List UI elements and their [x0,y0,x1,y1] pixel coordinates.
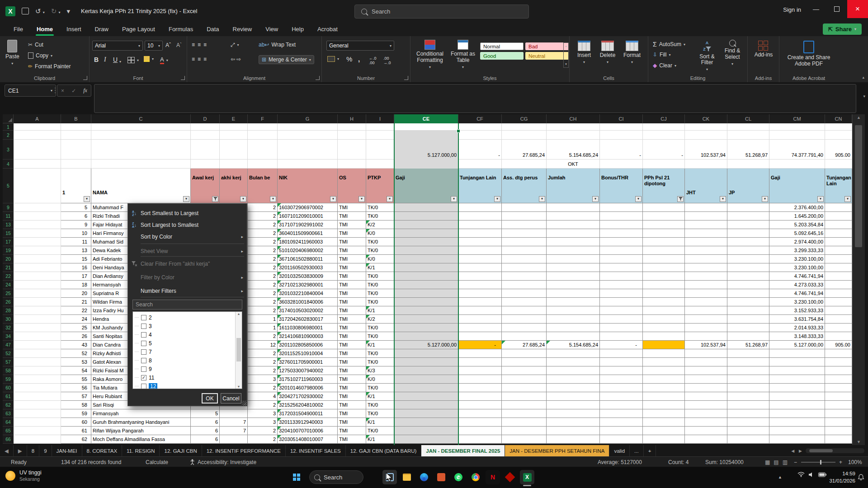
fill-button[interactable]: ⇩Fill▾ [653,52,670,58]
horizontal-scroll-thumb[interactable] [809,449,833,452]
cell-CF11[interactable] [458,212,502,221]
cell-CL52[interactable] [727,349,769,358]
cell-CF24[interactable] [458,281,502,289]
cancel-button[interactable]: Cancel [221,393,241,404]
customize-quick-access-icon[interactable]: ▾ [67,7,71,15]
taskbar-icon-excel[interactable]: X [520,470,534,484]
cell-F65[interactable]: 2 [248,427,278,435]
checkbox-9[interactable] [141,366,146,372]
cell-CI30[interactable] [600,315,643,324]
cell-CF25[interactable] [458,289,502,298]
cell-A15[interactable] [14,229,61,238]
column-header-H[interactable]: H [338,114,366,123]
cell-CE4[interactable] [394,160,458,169]
cell-CI9[interactable] [600,203,643,212]
cell-G13[interactable]: 3171071902991002 [278,221,338,229]
clipboard-dialog-launcher-icon[interactable] [83,76,87,80]
cell-CN20[interactable] [825,255,852,263]
cell-CJ26[interactable] [643,298,685,306]
cell-B1[interactable] [61,123,91,131]
cell-CH13[interactable] [547,221,600,229]
cell-CL32[interactable] [727,324,769,332]
find-select-button[interactable]: Find & Select▾ [721,40,744,66]
cell-CJ17[interactable] [643,238,685,246]
cell-CE63[interactable] [394,409,458,418]
vertical-scrollbar[interactable]: ▲ ▼ [852,114,865,445]
styles-gallery-scroll[interactable]: ▴▾ [563,42,569,68]
number-format-combo[interactable]: General▾ [326,41,394,51]
menu-item-sort-largest-to-smallest[interactable]: ZA↓Sort Largest to Smallest [128,219,247,231]
row-header-57[interactable]: 57 [3,358,14,366]
cell-B60[interactable]: 56 [61,384,91,392]
font-size-combo[interactable]: 10▾ [145,41,163,51]
cell-D64[interactable]: 6 [191,418,220,427]
cell-H58[interactable]: TMI [338,366,366,375]
cell-CN24[interactable] [825,281,852,289]
save-icon[interactable] [22,8,29,14]
row-header-47[interactable]: 47 [3,341,14,349]
sheet-tab-valid[interactable]: valid [609,445,630,456]
expand-formula-bar-icon[interactable]: ▾ [863,94,865,99]
cell-CK28[interactable] [685,306,727,315]
cell-I4[interactable] [366,160,394,169]
cell-I21[interactable]: K/1 [366,263,394,272]
cell-G1[interactable] [278,123,338,131]
cell-A65[interactable] [14,427,61,435]
format-cells-button[interactable]: Format▾ [621,41,643,64]
row-header-26[interactable]: 26 [3,298,14,306]
cell-CG63[interactable] [502,409,547,418]
cell-CL30[interactable] [727,315,769,324]
filter-button-CL[interactable]: ▾ [762,196,768,202]
cell-CK63[interactable] [685,409,727,418]
cell-H57[interactable]: TMI [338,358,366,366]
header-cell-G[interactable]: NIK▾ [278,169,338,203]
cell-CE59[interactable] [394,375,458,384]
cell-CG58[interactable] [502,366,547,375]
cell-A24[interactable] [14,281,61,289]
checkbox-11[interactable]: ✓ [141,375,146,380]
cell-CJ47[interactable] [643,341,685,349]
notification-bell-icon[interactable] [858,474,864,481]
cell-CF64[interactable] [458,418,502,427]
row-header-59[interactable]: 59 [3,375,14,384]
cell-CK30[interactable] [685,315,727,324]
italic-button[interactable]: I [104,56,106,63]
status-calculate[interactable]: Calculate [146,457,168,467]
cell-CE47[interactable]: 5.127.000,00 [394,341,458,349]
row-header-11[interactable]: 11 [3,212,14,221]
cell-H63[interactable]: TMI [338,409,366,418]
orientation-icon[interactable]: ⤢▾ [231,42,239,48]
header-cell-CJ[interactable]: PPh Psl 21 dipotong [643,169,685,203]
cell-F19[interactable]: 2 [248,246,278,255]
cell-CM20[interactable]: 3.230.100,00 [769,255,825,263]
filter-button-CH[interactable]: ▾ [592,196,599,202]
filter-button-CN[interactable]: ▾ [844,196,851,202]
cell-CH17[interactable] [547,238,600,246]
cell-A28[interactable] [14,306,61,315]
cell-F24[interactable]: 2 [248,281,278,289]
cell-CL26[interactable] [727,298,769,306]
cell-CL59[interactable] [727,375,769,384]
list-scroll-down-icon[interactable]: ▼ [236,385,242,388]
cell-I57[interactable]: TK/0 [366,358,394,366]
cell-F60[interactable]: 2 [248,384,278,392]
cell-CJ20[interactable] [643,255,685,263]
menu-item-sort-smallest-to-largest[interactable]: AZ↓Sort Smallest to Largest [128,207,247,219]
cell-D63[interactable]: 5 [191,409,220,418]
cell-CE64[interactable] [394,418,458,427]
header-cell-CF[interactable]: Tunjangan Lain▾ [458,169,502,203]
cell-CJ9[interactable] [643,203,685,212]
cell-CJ22[interactable] [643,272,685,281]
cell-CL25[interactable] [727,289,769,298]
cell-I59[interactable]: K/0 [366,375,394,384]
cell-E4[interactable] [220,160,248,169]
cell-CM52[interactable] [769,349,825,358]
cell-CF62[interactable] [458,401,502,409]
cell-CM65[interactable] [769,427,825,435]
cell-I34[interactable]: TK/0 [366,332,394,341]
cell-G19[interactable]: 5101020406980002 [278,246,338,255]
cell-CI64[interactable] [600,418,643,427]
row-header-65[interactable]: 65 [3,427,14,435]
cell-CF66[interactable] [458,435,502,444]
cell-G20[interactable]: 3671061502880011 [278,255,338,263]
